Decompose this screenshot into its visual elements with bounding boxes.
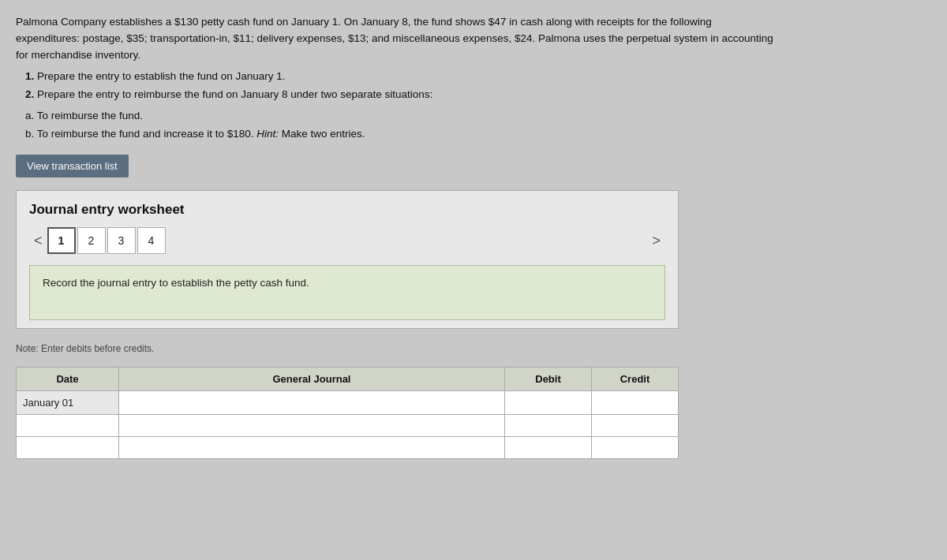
instruction-box: Record the journal entry to establish th… (29, 265, 665, 320)
debit-input-2[interactable] (505, 415, 592, 437)
page-container: Palmona Company establishes a $130 petty… (0, 0, 947, 560)
general-journal-field-2[interactable] (119, 415, 504, 436)
date-cell-2 (17, 415, 119, 437)
debit-field-2[interactable] (505, 415, 591, 436)
credit-input-1[interactable] (592, 391, 679, 415)
worksheet-container: Journal entry worksheet < 1 2 3 4 > Reco… (16, 190, 679, 329)
date-cell-1: January 01 (17, 391, 119, 415)
item-2: 2. Prepare the entry to reimburse the fu… (25, 87, 773, 103)
worksheet-title: Journal entry worksheet (29, 202, 665, 218)
general-journal-input-1[interactable] (119, 391, 505, 415)
table-header-row: Date General Journal Debit Credit (17, 368, 679, 391)
tab-left-arrow[interactable]: < (29, 230, 47, 251)
date-cell-3 (17, 437, 119, 459)
tab-row: < 1 2 3 4 > (29, 227, 665, 254)
view-transaction-button[interactable]: View transaction list (16, 155, 129, 177)
table-row: January 01 (17, 391, 679, 415)
credit-field-3[interactable] (592, 437, 678, 458)
numbered-items: 1. Prepare the entry to establish the fu… (25, 69, 773, 103)
sub-item-a: a. To reimburse the fund. (25, 108, 773, 125)
header-debit: Debit (505, 368, 592, 391)
credit-field-1[interactable] (592, 391, 678, 414)
problem-body: Palmona Company establishes a $130 petty… (16, 14, 773, 64)
journal-table: Date General Journal Debit Credit Januar… (16, 367, 679, 459)
debit-field-1[interactable] (505, 391, 591, 414)
note-text: Note: Enter debits before credits. (16, 343, 931, 354)
lettered-items: a. To reimburse the fund. b. To reimburs… (25, 108, 773, 143)
header-date: Date (17, 368, 119, 391)
credit-input-2[interactable] (592, 415, 679, 437)
debit-input-1[interactable] (505, 391, 592, 415)
tab-4[interactable]: 4 (137, 227, 166, 254)
credit-field-2[interactable] (592, 415, 678, 436)
table-row (17, 415, 679, 437)
tab-3[interactable]: 3 (107, 227, 136, 254)
table-row (17, 437, 679, 459)
header-credit: Credit (592, 368, 679, 391)
tab-1[interactable]: 1 (47, 227, 76, 254)
general-journal-field-1[interactable] (119, 391, 504, 414)
debit-input-3[interactable] (505, 437, 592, 459)
credit-input-3[interactable] (592, 437, 679, 459)
header-general-journal: General Journal (119, 368, 505, 391)
view-transaction-container: View transaction list (16, 151, 931, 182)
item-1: 1. Prepare the entry to establish the fu… (25, 69, 773, 85)
general-journal-field-3[interactable] (119, 437, 504, 458)
sub-item-b: b. To reimburse the fund and increase it… (25, 126, 773, 143)
general-journal-input-3[interactable] (119, 437, 505, 459)
general-journal-input-2[interactable] (119, 415, 505, 437)
problem-description: Palmona Company establishes a $130 petty… (16, 14, 773, 144)
debit-field-3[interactable] (505, 437, 591, 458)
tab-right-arrow[interactable]: > (647, 230, 665, 251)
tab-2[interactable]: 2 (77, 227, 106, 254)
